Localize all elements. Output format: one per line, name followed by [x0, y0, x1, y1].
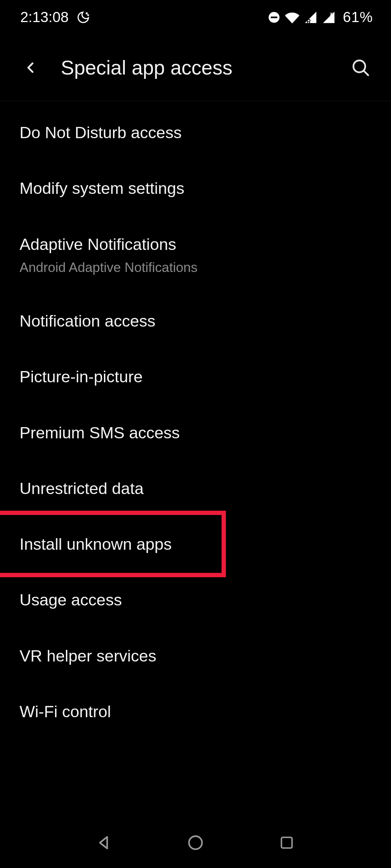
- svg-rect-10: [281, 837, 292, 848]
- list-item[interactable]: Wi-Fi control: [0, 684, 391, 740]
- nav-recent-button[interactable]: [274, 830, 300, 856]
- dnd-icon: [268, 11, 281, 24]
- nav-bar: [0, 817, 391, 868]
- list-item[interactable]: VR helper services: [0, 628, 391, 684]
- list-item[interactable]: Premium SMS access: [0, 405, 391, 461]
- page-title: Special app access: [61, 56, 348, 79]
- list-item[interactable]: Install unknown apps: [0, 516, 391, 572]
- svg-rect-3: [271, 16, 277, 18]
- list-item[interactable]: Unrestricted data: [0, 461, 391, 516]
- list-item-title: Picture-in-picture: [20, 367, 371, 387]
- svg-point-0: [87, 13, 88, 14]
- svg-point-9: [189, 836, 202, 849]
- list-item-title: Premium SMS access: [20, 423, 371, 443]
- signal-roaming-icon: R: [304, 10, 318, 24]
- back-button[interactable]: [17, 55, 43, 81]
- list-item-title: Wi-Fi control: [20, 702, 371, 722]
- list-item-subtitle: Android Adaptive Notifications: [20, 260, 371, 276]
- status-left: 2:13:08: [20, 9, 90, 25]
- svg-line-7: [363, 71, 368, 75]
- settings-list: Do Not Disturb accessModify system setti…: [0, 101, 391, 740]
- list-item[interactable]: Do Not Disturb access: [0, 105, 391, 161]
- list-item-title: Unrestricted data: [20, 478, 371, 499]
- list-item-title: Install unknown apps: [20, 534, 371, 554]
- search-button[interactable]: [348, 55, 374, 81]
- moon-icon: [76, 10, 90, 24]
- list-item[interactable]: Adaptive NotificationsAndroid Adaptive N…: [0, 217, 391, 294]
- nav-home-button[interactable]: [182, 830, 209, 856]
- list-item[interactable]: Notification access: [0, 293, 391, 349]
- status-right: R x 61%: [268, 9, 373, 25]
- wifi-icon: [285, 10, 299, 25]
- nav-back-button[interactable]: [91, 830, 117, 856]
- status-bar: 2:13:08 R x 61%: [0, 0, 391, 34]
- list-item-title: VR helper services: [20, 646, 371, 666]
- list-item-title: Do Not Disturb access: [20, 123, 371, 143]
- app-bar: Special app access: [0, 34, 391, 101]
- svg-text:R: R: [307, 18, 311, 24]
- signal-x-icon: x: [322, 10, 336, 24]
- list-item[interactable]: Modify system settings: [0, 161, 391, 216]
- list-item-title: Usage access: [20, 590, 371, 610]
- list-item[interactable]: Usage access: [0, 572, 391, 628]
- list-item[interactable]: Picture-in-picture: [0, 349, 391, 405]
- list-item-title: Adaptive Notifications: [20, 234, 371, 255]
- status-time: 2:13:08: [20, 9, 68, 25]
- battery-text: 61%: [343, 9, 373, 25]
- list-item-title: Notification access: [20, 311, 371, 331]
- svg-text:x: x: [330, 11, 333, 17]
- svg-marker-8: [100, 837, 107, 848]
- list-item-title: Modify system settings: [20, 178, 371, 199]
- svg-point-1: [88, 14, 89, 15]
